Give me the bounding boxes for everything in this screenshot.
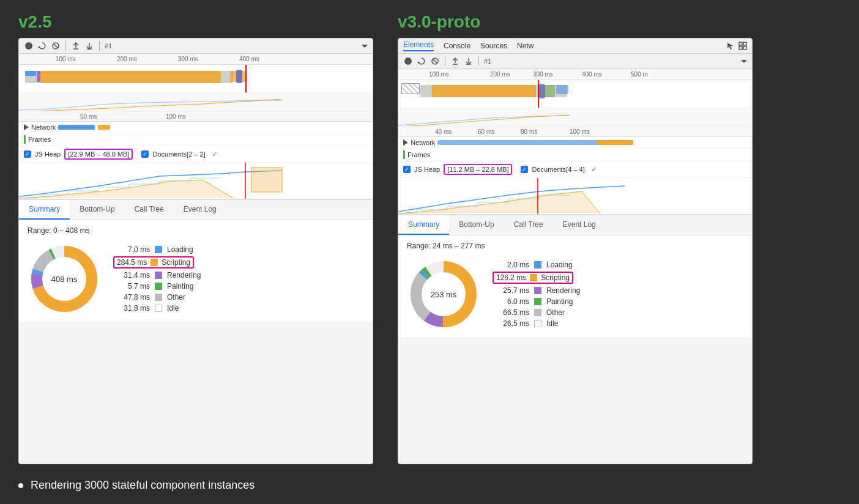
svg-line-3 — [54, 44, 58, 48]
right-memory-graph — [398, 178, 752, 215]
upload-icon[interactable] — [71, 41, 81, 51]
jsh-checkbox-right[interactable] — [403, 166, 411, 173]
svg-rect-19 — [743, 46, 746, 50]
scripting-highlight-left: 284.5 ms Scripting — [113, 256, 194, 269]
right-summary-content: Range: 24 ms – 277 ms — [398, 235, 752, 337]
tab-calltree-right[interactable]: Call Tree — [504, 215, 553, 235]
tab-eventlog-left[interactable]: Event Log — [174, 200, 226, 220]
documents-label-left: Documents[2 – 2] — [152, 150, 205, 158]
jsh-checkbox-left[interactable] — [24, 150, 31, 158]
right-ruler: 100 ms 200 ms 300 ms 400 ms 500 m — [398, 69, 752, 80]
toolbar-sep-r1 — [445, 56, 445, 66]
left-donut-label: 408 ms — [51, 275, 78, 284]
download-icon[interactable] — [84, 41, 94, 51]
js-heap-label-left: JS Heap — [35, 150, 61, 158]
nav-tab-network[interactable]: Netw — [517, 42, 534, 50]
nav-tab-console[interactable]: Console — [444, 42, 470, 50]
tick-400ms-l: 400 ms — [239, 56, 259, 62]
stat-rendering-right: 25.7 ms Rendering — [493, 285, 580, 296]
tab-summary-left[interactable]: Summary — [19, 200, 70, 220]
right-toolbar: #1 — [398, 54, 752, 69]
js-heap-badge-left: [22.9 MB – 48.0 MB] — [64, 149, 133, 160]
right-frames-row: Frames — [398, 149, 752, 161]
left-timeline-tracks — [19, 65, 373, 111]
docs-check-left: ✓ — [212, 150, 218, 158]
clear-icon-r[interactable] — [430, 56, 440, 66]
tab-bottomup-left[interactable]: Bottom-Up — [70, 200, 124, 220]
stat-color-scripting-right — [530, 274, 537, 281]
tick-200ms-l: 200 ms — [117, 56, 137, 62]
svg-rect-16 — [739, 42, 742, 45]
frames-vbar-left — [24, 135, 26, 144]
right-donut-wrapper: 253 ms — [407, 258, 480, 331]
stat-name-scripting-left: Scripting — [162, 258, 190, 267]
stat-color-loading-left — [155, 246, 162, 253]
stat-name-rendering-right: Rendering — [546, 286, 580, 295]
record-icon-r[interactable] — [403, 56, 413, 66]
svg-marker-26 — [741, 60, 747, 63]
subtick-60ms: 60 ms — [478, 128, 494, 135]
stat-val-rendering-left: 31.4 ms — [113, 271, 150, 280]
frames-label-left: Frames — [28, 136, 51, 143]
tab-summary-right[interactable]: Summary — [398, 215, 449, 235]
stat-loading-left: 7.0 ms Loading — [113, 244, 201, 255]
toolbar-sep-1 — [65, 41, 66, 51]
inspect-icon[interactable] — [738, 42, 747, 50]
subtick-80ms: 80 ms — [521, 128, 537, 135]
record-icon[interactable] — [24, 41, 34, 51]
stat-val-other-right: 66.5 ms — [493, 308, 529, 317]
network-triangle-left[interactable] — [24, 124, 29, 130]
tick-200ms-r: 200 ms — [490, 71, 510, 78]
download-icon-r[interactable] — [464, 56, 474, 66]
svg-marker-21 — [417, 61, 420, 63]
stat-val-scripting-right: 126.2 ms — [496, 273, 526, 282]
svg-rect-18 — [739, 46, 742, 50]
tick-500ms-r: 500 m — [631, 71, 648, 78]
reload-icon-r[interactable] — [417, 56, 426, 66]
left-sub-ruler: 50 ms 100 ms — [19, 111, 373, 122]
stat-color-rendering-left — [155, 272, 162, 279]
stat-color-loading-right — [534, 261, 541, 269]
footer-note: Rendering 3000 stateful component instan… — [18, 479, 841, 492]
tab-bottomup-right[interactable]: Bottom-Up — [449, 215, 504, 235]
nav-tab-elements[interactable]: Elements — [403, 40, 434, 51]
right-summary-body: 253 ms 2.0 ms Loading — [407, 258, 743, 331]
stat-other-right: 66.5 ms Other — [493, 307, 580, 318]
stat-name-painting-left: Painting — [167, 282, 193, 291]
network-bar2-left — [98, 125, 110, 130]
toolbar-dropdown-r[interactable] — [741, 58, 747, 64]
stat-loading-right: 2.0 ms Loading — [493, 259, 580, 270]
js-heap-label-right: JS Heap — [414, 166, 440, 173]
js-heap-badge-right: [11.2 MB – 22.8 MB] — [444, 164, 512, 175]
docs-checkbox-left[interactable] — [141, 150, 149, 158]
docs-checkbox-right[interactable] — [521, 166, 528, 173]
stat-other-left: 47.8 ms Other — [113, 292, 201, 303]
rendering-bar-left — [37, 71, 40, 82]
nav-tab-sources[interactable]: Sources — [480, 42, 507, 50]
left-donut-wrapper: 408 ms — [28, 242, 101, 316]
tab-eventlog-right[interactable]: Event Log — [553, 215, 606, 235]
upload-icon-r[interactable] — [450, 56, 460, 66]
tab-calltree-left[interactable]: Call Tree — [125, 200, 174, 220]
stat-name-other-right: Other — [546, 308, 565, 317]
stat-color-other-right — [534, 309, 541, 316]
tick-400ms-r: 400 ms — [582, 71, 602, 78]
nav-toolbar-icons — [726, 42, 747, 50]
stat-color-other-left — [155, 294, 162, 301]
reload-icon[interactable] — [37, 41, 47, 51]
toolbar-dropdown[interactable] — [362, 43, 368, 49]
v3-version-label: v3.0-proto — [398, 12, 753, 32]
subtick-100ms: 100 ms — [166, 113, 186, 120]
stat-painting-left: 5.7 ms Painting — [113, 281, 201, 292]
loading-bar-left — [25, 71, 36, 76]
subtick-40ms: 40 ms — [435, 128, 452, 135]
right-stats-table: 2.0 ms Loading 126.2 ms Scripting — [493, 259, 580, 329]
marker-left — [236, 70, 242, 83]
right-sub-ruler: 40 ms 60 ms 80 ms 100 ms — [398, 126, 752, 137]
right-tabs-row: Summary Bottom-Up Call Tree Event Log — [398, 215, 752, 235]
network-triangle-right[interactable] — [403, 139, 408, 146]
tick-100ms-l: 100 ms — [56, 56, 76, 62]
svg-line-23 — [433, 59, 437, 63]
clear-icon[interactable] — [51, 41, 61, 51]
cursor-icon[interactable] — [726, 42, 735, 50]
